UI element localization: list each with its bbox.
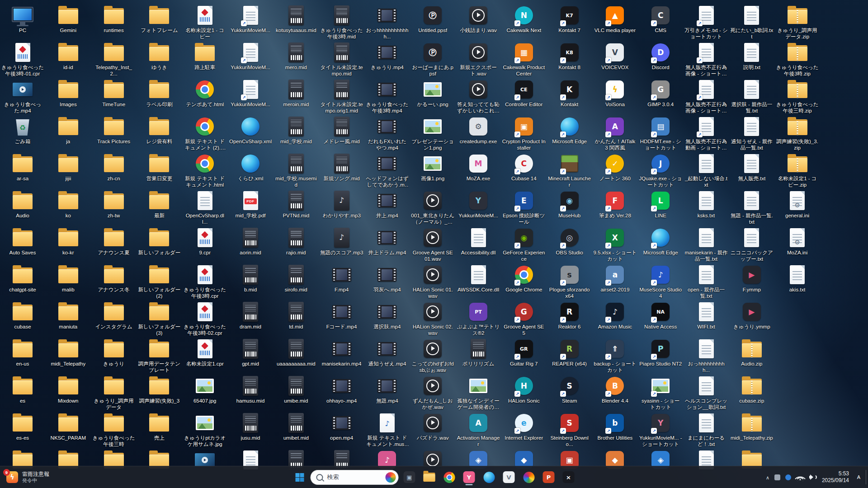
desktop-icon[interactable]: 通知うぜえ - 親作品一覧.txt — [730, 116, 774, 151]
desktop-icon[interactable]: es-es — [0, 412, 45, 441]
desktop-icon[interactable]: midi_Telepathy.zip — [730, 412, 774, 441]
desktop-icon[interactable]: だれもFXいれたやつ.mp4 — [365, 116, 409, 151]
desktop-icon[interactable]: ar-sa — [0, 153, 45, 182]
desktop-icon[interactable]: L↗LINE — [638, 190, 683, 219]
desktop-icon[interactable]: 説明.txt — [730, 42, 774, 70]
desktop-icon[interactable]: 売上 — [137, 412, 181, 441]
desktop-icon[interactable]: ◉↗GeForce Experience — [502, 227, 546, 262]
desktop-icon[interactable]: MMoZA.exe — [456, 153, 500, 182]
desktop-icon[interactable]: Fコード.mp4 — [320, 301, 364, 330]
desktop-icon[interactable]: きゅうり食べった午後3時.zip — [775, 42, 820, 77]
desktop-icon[interactable]: ◎↗OBS Studio — [547, 227, 592, 256]
desktop-icon[interactable]: HALion Sonic 01.wav — [410, 264, 455, 299]
desktop-icon[interactable]: b.mid — [228, 264, 273, 293]
search-input[interactable]: 検索 — [311, 470, 399, 485]
desktop-icon[interactable]: 65407.jpg — [183, 375, 227, 404]
desktop-icon[interactable]: PC — [0, 5, 45, 33]
desktop-icon[interactable]: ニコニコバックアップー.txt — [730, 227, 774, 262]
desktop-icon[interactable]: きゅうり食べった午後三時.zip — [775, 79, 820, 114]
desktop-icon[interactable]: PTぷよぷよ™テトリス®2 — [456, 301, 500, 336]
desktop-icon[interactable]: cubase.zip — [730, 375, 774, 404]
desktop-icon[interactable]: 001_東北きりたん（ノーマル）_今しゃ... — [410, 190, 455, 225]
desktop-icon[interactable]: まにまにわーるど！.txt — [684, 412, 728, 447]
desktop-icon[interactable]: 9.cpr — [183, 227, 227, 256]
desktop-icon[interactable]: aorin.mid — [228, 227, 273, 256]
desktop-icon[interactable]: ohhayo-.mp4 — [320, 375, 364, 404]
desktop-icon[interactable]: Audio.zip — [730, 338, 774, 367]
desktop-icon[interactable]: akis.txt — [775, 264, 820, 293]
desktop-icon[interactable]: mid_学校.musemid — [274, 153, 318, 188]
desktop-icon[interactable]: ラベル印刷 — [137, 79, 181, 108]
desktop-icon[interactable]: ko — [46, 190, 90, 219]
desktop-icon[interactable]: 選択肢 - 親作品一覧.txt — [730, 79, 774, 114]
desktop-icon[interactable]: アナウンス冬 — [92, 264, 136, 293]
desktop-icon[interactable]: manisekarin.mp4 — [320, 338, 364, 367]
desktop-icon[interactable]: きゅうり_調声用データ.zip — [775, 5, 820, 40]
desktop-icon[interactable]: 新規ソング.mid — [320, 153, 364, 182]
desktop-icon[interactable]: ▤↗HDDFMT.exe - ショートカット — [638, 116, 683, 151]
desktop-icon[interactable]: 名称未設定1 - コピー — [183, 5, 227, 40]
desktop-icon[interactable]: ▶きゅうり.ymmp — [730, 301, 774, 330]
desktop-icon[interactable]: K7↗Kontakt 7 — [547, 5, 592, 33]
desktop-icon[interactable]: YYukkuriMovieM... — [456, 190, 500, 219]
desktop-icon[interactable]: ▣↗Crypton Product Installer — [502, 116, 546, 151]
desktop-icon[interactable]: cubase — [0, 301, 45, 330]
desktop-icon[interactable]: A↗かんたん！AITalk 3 関西風 — [593, 116, 637, 151]
desktop-icon[interactable]: 調声練習(失敗)_3.zip — [775, 116, 820, 151]
desktop-icon[interactable]: ♪わかりやす.mp3 — [320, 190, 364, 219]
desktop-icon[interactable]: 名称未設定1 - コピー.zip — [775, 153, 820, 188]
show-desktop-button[interactable] — [866, 470, 868, 484]
taskbar-app-chrome[interactable] — [440, 468, 458, 486]
desktop-icon[interactable]: F↗筆まめ Ver.28 — [593, 190, 637, 219]
desktop-icon[interactable]: 死にたい_b歌詞.txt — [730, 5, 774, 40]
desktop-icon[interactable]: s↗Plogue sforzando x64 — [547, 264, 592, 299]
desktop-icon[interactable]: R↗Reaktor 6 — [547, 301, 592, 330]
desktop-icon[interactable]: PVTNd.mid — [274, 190, 318, 219]
desktop-icon[interactable]: meroin.mid — [274, 79, 318, 108]
desktop-icon[interactable]: きゅうり_調声用データ — [92, 375, 136, 410]
desktop-icon[interactable]: a↗airset2-2019 — [593, 264, 637, 293]
ime-indicator[interactable]: A — [854, 473, 863, 482]
desktop-icon[interactable]: td.mid — [274, 301, 318, 330]
desktop-icon[interactable]: 調声用データテンプレート — [137, 338, 181, 373]
desktop-icon[interactable]: 路上駐車 — [183, 42, 227, 70]
desktop-icon[interactable]: ⇑↗backup - ショートカット — [593, 338, 637, 373]
desktop-icon[interactable]: AWSSDK.Core.dll — [456, 264, 500, 293]
taskbar-app-widgets[interactable]: ▣ — [401, 468, 419, 486]
desktop-icon[interactable]: ⚙general.ini — [775, 190, 820, 219]
desktop-icon[interactable]: NKSC_PARAM — [46, 412, 90, 441]
desktop-icon[interactable]: きゅうり — [92, 338, 136, 367]
desktop-icon[interactable]: CE↗Controller Editor — [502, 79, 546, 108]
desktop-icon[interactable]: dram.mid — [228, 301, 273, 330]
desktop-icon[interactable]: 名称未設定1.cpr — [183, 338, 227, 367]
desktop-icon[interactable]: e↗Internet Explorer — [502, 412, 546, 441]
taskbar-app-ymm4[interactable]: Y — [460, 468, 478, 486]
desktop-icon[interactable]: S↗Steam — [547, 375, 592, 404]
desktop-icon[interactable]: ずんだもん_しおかぜ.wav — [410, 375, 455, 410]
desktop-icon[interactable]: kotusytuaaus.mid — [274, 5, 318, 33]
desktop-icon[interactable]: GR↗Guitar Rig 7 — [502, 338, 546, 367]
desktop-icon[interactable]: ↗無人販売不正行為 動画 - ショートカット — [684, 116, 728, 151]
desktop-icon[interactable]: C↗Cubase 14 — [502, 153, 546, 182]
desktop-icon[interactable]: ksks.txt — [684, 190, 728, 219]
desktop-icon[interactable]: ▶F.ymmp — [730, 264, 774, 293]
desktop-icon[interactable]: ♪↗Amazon Music — [593, 301, 637, 330]
desktop-icon[interactable]: open.mp4 — [320, 412, 364, 441]
desktop-icon[interactable]: 小銭詰まり.wav — [456, 5, 500, 33]
desktop-icon[interactable]: おっhhhhhhhhhh... — [684, 338, 728, 373]
desktop-icon[interactable]: ゆうき — [137, 42, 181, 70]
desktop-icon[interactable]: ↗Google Chrome — [502, 264, 546, 293]
desktop-icon[interactable]: Groove Agent SE 01.wav — [410, 227, 455, 262]
desktop-icon[interactable]: プレゼンテーション1.png — [410, 116, 455, 151]
desktop-icon[interactable]: zh-tw — [92, 190, 136, 219]
weather-widget[interactable]: 9 雷雨注意報 発令中 — [2, 468, 54, 486]
desktop-icon[interactable]: HALion Sonic 02.wav — [410, 301, 455, 336]
taskbar-app-file-explorer[interactable] — [420, 468, 439, 486]
tray-icon-blue[interactable] — [785, 474, 791, 480]
desktop-icon[interactable]: mid_学校.mid — [274, 116, 318, 145]
desktop-icon[interactable]: ↗無人販売不正行為 画像 - ショートカット — [684, 79, 728, 114]
taskbar-app-colorful[interactable] — [520, 468, 538, 486]
desktop-icon[interactable]: midi_Telepathy — [46, 338, 90, 367]
desktop-icon[interactable]: b↗Brother Utilities — [593, 412, 637, 441]
desktop-icon[interactable]: ↗YukkuriMovieM... — [228, 5, 273, 33]
